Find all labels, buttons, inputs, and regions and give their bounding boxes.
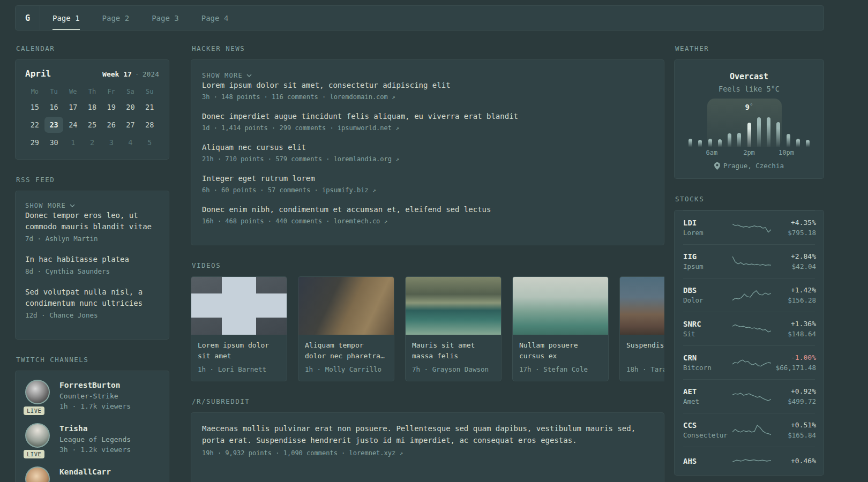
hackernews-item-link[interactable]: loremdomain.com ↗ [330,93,395,101]
weather-tick: 6am [706,149,718,156]
reddit-post: Maecenas mollis pulvinar erat non posuer… [202,423,653,458]
stock-identity: AET Amet [683,386,732,406]
stock-symbol: CCS [683,420,732,431]
reddit-post-title[interactable]: Maecenas mollis pulvinar erat non posuer… [202,423,653,446]
calendar-day: 18 [83,99,102,115]
stock-name: Consectetur [683,431,732,440]
twitch-channel[interactable]: KendallCarr [25,466,159,482]
calendar-day: 1 [63,134,83,150]
stock-symbol: IIG [683,251,732,262]
video-title: Lorem ipsum dolor sit amet consectetu… [198,340,280,362]
hackernews-item: Donec imperdiet augue tincidunt felis al… [202,111,653,133]
twitch-channel[interactable]: LIVE ForrestBurton Counter-Strike 1h · 1… [25,380,159,411]
hackernews-item: Integer eget rutrum lorem 6h · 60 points… [202,173,653,195]
section-title-subreddit: /R/SUBREDDIT [192,397,664,405]
twitch-channel-info: KendallCarr [59,466,111,482]
hackernews-item: Lorem ipsum dolor sit amet, consectetur … [202,80,653,102]
stock-price: $42.04 [771,262,816,272]
calendar-day: 29 [25,134,44,150]
external-link-icon: ↗ [399,450,403,457]
calendar-day: 16 [44,99,64,115]
stock-row[interactable]: CRN Bitcorn -1.00% $66,171.48 [683,345,815,379]
calendar-days-grid: 1516171819202122232425262728293012345 [25,99,159,150]
rss-item-meta: 12d · Chance Jones [25,310,159,321]
hackernews-item-title[interactable]: Donec enim nibh, condimentum et accumsan… [202,204,653,215]
hackernews-item-link[interactable]: loremlandia.org ↗ [334,155,399,163]
calendar-weekday-row: MoTuWeThFrSaSu [25,87,159,99]
app-logo[interactable]: G [16,6,40,30]
calendar-day: 26 [102,117,121,133]
stock-price: $156.28 [771,296,816,305]
hackernews-item-title[interactable]: Lorem ipsum dolor sit amet, consectetur … [202,80,653,91]
video-card[interactable]: Lorem ipsum dolor sit amet consectetu… 1… [191,276,287,381]
stock-sparkline [732,321,771,336]
hackernews-item-title[interactable]: Donec imperdiet augue tincidunt felis al… [202,111,653,122]
external-link-icon: ↗ [395,125,399,132]
twitch-channel-name: ForrestBurton [59,380,131,390]
hackernews-item-link[interactable]: loremtech.co ↗ [334,217,388,225]
chevron-down-icon [246,74,252,77]
external-link-icon: ↗ [395,156,399,163]
reddit-post-link[interactable]: loremnet.xyz ↗ [349,449,403,457]
stock-price: $795.18 [771,228,816,238]
twitch-channel[interactable]: LIVE Trisha League of Legends 3h · 1.2k … [25,423,159,455]
twitch-channel-info: Trisha League of Legends 3h · 1.2k viewe… [59,423,131,455]
stock-row[interactable]: AHS +0.46% [683,447,815,475]
subreddit-widget: /R/SUBREDDIT Maecenas mollis pulvinar er… [191,397,664,482]
stock-row[interactable]: LDI Lorem +4.35% $795.18 [683,210,815,244]
calendar-day: 22 [25,117,44,133]
hackernews-item-link[interactable]: ipsumify.biz ↗ [322,186,376,194]
videos-widget: VIDEOS Lorem ipsum dolor sit amet consec… [191,261,664,381]
stock-row[interactable]: AET Amet +0.92% $499.72 [683,379,815,413]
weather-bar [689,139,692,147]
page-tab[interactable]: Page 2 [91,6,141,30]
show-more-button[interactable]: SHOW MORE [25,202,75,209]
video-card[interactable]: Nullam posuere cursus ex 17h · Stefan Co… [512,276,609,381]
calendar-day: 15 [25,99,44,115]
stock-sparkline [732,389,771,404]
weekday-label: Fr [102,87,121,96]
weather-feels-like: Feels like 5°C [683,84,815,94]
stock-change: -1.00% [771,352,816,363]
stock-identity: DBS Dolor [683,285,732,305]
hackernews-item-title[interactable]: Aliquam nec cursus elit [202,142,653,153]
video-card[interactable]: Mauris sit amet massa felis 7h · Grayson… [405,276,502,381]
video-card[interactable]: Suspendisse diam 18h · Tara [619,276,664,381]
weekday-label: We [63,87,83,96]
section-title-videos: VIDEOS [192,261,664,269]
video-meta: 18h · Tara [626,365,664,374]
page-tab[interactable]: Page 4 [190,6,240,30]
live-badge: LIVE [24,406,44,415]
twitch-channel-category: Counter-Strike [59,391,131,401]
hackernews-item-link[interactable]: ipsumworld.net ↗ [338,124,399,132]
stocks-widget: STOCKS LDI Lorem +4.35% $795.18 [674,195,824,476]
stock-change: +0.51% [771,420,816,431]
reddit-post-meta: 19h · 9,932 points · 1,090 comments · lo… [202,448,653,458]
stock-values: +1.36% $148.64 [771,319,816,339]
rss-item-title[interactable]: Sed volutpat nulla nisl, a condimentum n… [25,287,159,309]
video-title: Mauris sit amet massa felis [412,340,495,362]
video-meta: 1h · Molly Carrillo [305,365,387,374]
video-thumbnail [406,277,501,335]
page-tab[interactable]: Page 3 [140,6,190,30]
rss-item-title[interactable]: Donec tempor eros leo, ut commodo mauris… [25,210,159,232]
stock-row[interactable]: CCS Consectetur +0.51% $165.84 [683,413,815,447]
rss-item: In hac habitasse platea 8d · Cynthia Sau… [25,254,159,277]
stock-row[interactable]: DBS Dolor +1.42% $156.28 [683,278,815,312]
weekday-label: Tu [44,87,64,96]
stock-change: +0.92% [771,386,816,397]
hackernews-item-stats: 1d · 1,414 points · 299 comments · [202,124,338,132]
page-tab[interactable]: Page 1 [41,6,91,30]
stock-row[interactable]: IIG Ipsum +2.84% $42.04 [683,244,815,278]
hackernews-item-title[interactable]: Integer eget rutrum lorem [202,173,653,184]
calendar-month: April [25,69,51,79]
section-title-hackernews: HACKER NEWS [192,44,664,52]
video-card[interactable]: Aliquam tempor dolor nec pharetra… 1h · … [298,276,394,381]
show-more-button[interactable]: SHOW MORE [202,72,252,79]
section-title-weather: WEATHER [675,44,824,52]
rss-item-title[interactable]: In hac habitasse platea [25,254,159,265]
video-meta: 1h · Lori Barnett [198,365,280,374]
weather-location[interactable]: Prague, Czechia [683,162,815,170]
stock-row[interactable]: SNRC Sit +1.36% $148.64 [683,312,815,345]
video-thumbnail [191,277,287,335]
